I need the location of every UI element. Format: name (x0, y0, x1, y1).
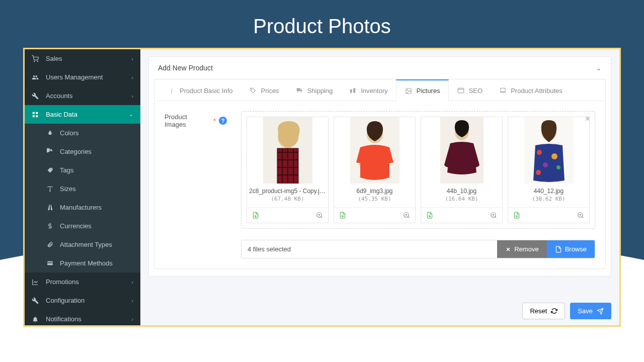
collapse-icon[interactable]: ⌄ (596, 64, 602, 72)
tab-label: Shipping (307, 87, 333, 95)
sidebar-item-label: Sales (46, 55, 131, 62)
svg-point-10 (297, 92, 298, 93)
sidebar-sub-currencies[interactable]: Currencies (25, 217, 140, 235)
tab-pictures[interactable]: Pictures (396, 79, 449, 101)
truck-icon (295, 86, 303, 95)
sidebar-item-label: Configuration (46, 297, 131, 304)
file-action-icon[interactable] (252, 212, 259, 219)
form-label-images: Product Images * ? (165, 111, 227, 128)
help-icon[interactable]: ? (219, 117, 227, 125)
file-name: 6d9_img3.jpg (334, 184, 415, 196)
chart-icon (32, 279, 43, 286)
tag-icon (47, 167, 57, 173)
remove-button[interactable]: Remove (497, 240, 546, 258)
tabs: iProduct Basic Info Prices Shipping Inve… (154, 79, 605, 101)
sidebar-sub-payment-methods[interactable]: Payment Methods (25, 254, 140, 273)
tab-label: Inventory (361, 87, 387, 95)
chevron-right-icon: › (131, 298, 133, 304)
browse-button[interactable]: Browse (547, 240, 595, 258)
btn-label: Browse (565, 245, 587, 253)
grid-icon (32, 111, 43, 118)
sidebar-item-users[interactable]: Users Management › (25, 68, 140, 86)
svg-rect-5 (36, 115, 38, 117)
close-icon[interactable]: ✕ (585, 115, 591, 123)
sidebar-item-notifications[interactable]: Notifications › (25, 310, 140, 325)
file-name: 440_12.jpg (508, 184, 589, 196)
seo-icon (457, 86, 465, 95)
svg-point-1 (37, 61, 38, 61)
card-title: Add New Product (158, 64, 213, 72)
tab-inventory[interactable]: Inventory (341, 79, 395, 101)
sidebar-item-promotions[interactable]: Promotions › (25, 273, 140, 291)
sidebar-sub-colors[interactable]: Colors (25, 124, 140, 142)
chevron-right-icon: › (131, 74, 133, 80)
svg-point-33 (556, 165, 560, 169)
zoom-icon[interactable] (316, 212, 323, 219)
card-icon (47, 260, 57, 266)
file-action-icon[interactable] (513, 212, 520, 219)
tab-attributes[interactable]: Product Attributes (491, 79, 571, 101)
svg-rect-4 (33, 115, 35, 117)
svg-point-6 (51, 169, 52, 170)
svg-rect-12 (350, 89, 352, 93)
svg-point-9 (251, 89, 252, 89)
file-preview: 44b_10.jpg (16.64 KB) (421, 117, 503, 223)
size-icon (47, 186, 57, 192)
preview-thumbnail (421, 117, 502, 184)
sidebar-sub-sizes[interactable]: Sizes (25, 179, 140, 198)
file-preview: 6d9_img3.jpg (45.35 KB) (334, 117, 416, 223)
file-size: (38.62 KB) (508, 196, 589, 207)
svg-rect-8 (47, 262, 53, 263)
previews-box: ✕ 2c8_product-img5 - Copy.jpg (67.48 KB) (241, 111, 595, 229)
save-button[interactable]: Save (570, 303, 611, 319)
file-action-icon[interactable] (339, 212, 346, 219)
file-name: 2c8_product-img5 - Copy.jpg (247, 184, 328, 196)
footer: Reset Save (140, 297, 619, 325)
tab-shipping[interactable]: Shipping (287, 79, 341, 101)
sidebar-item-basic-data[interactable]: Basic Data ⌄ (25, 105, 140, 124)
main-content: Add New Product ⌄ iProduct Basic Info Pr… (140, 49, 619, 325)
preview-thumbnail (247, 117, 328, 184)
sidebar-item-sales[interactable]: Sales › (25, 49, 140, 68)
file-size: (67.48 KB) (247, 196, 328, 207)
sidebar-item-label: Manufacturers (60, 204, 133, 211)
clip-icon (47, 241, 57, 248)
tab-label: Prices (261, 87, 279, 95)
svg-point-31 (551, 153, 557, 159)
chevron-right-icon: › (131, 56, 133, 62)
file-action-icon[interactable] (426, 212, 433, 219)
svg-point-0 (34, 61, 35, 61)
file-name: 44b_10.jpg (421, 184, 502, 196)
sidebar-item-label: Colors (60, 129, 133, 137)
zoom-icon[interactable] (490, 212, 497, 219)
sidebar-item-accounts[interactable]: Accounts › (25, 86, 140, 105)
sidebar-sub-manufacturers[interactable]: Manufacturers (25, 198, 140, 217)
sidebar-sub-categories[interactable]: Categories (25, 142, 140, 161)
tab-label: Pictures (417, 87, 440, 95)
reset-button[interactable]: Reset (522, 303, 565, 319)
svg-rect-2 (33, 112, 35, 114)
svg-rect-3 (36, 112, 38, 114)
card-header: Add New Product ⌄ (149, 57, 611, 79)
sidebar-item-label: Currencies (60, 222, 133, 230)
sidebar-sub-attachment-types[interactable]: Attachment Types (25, 235, 140, 254)
zoom-icon[interactable] (403, 212, 410, 219)
sidebar-item-label: Sizes (60, 185, 133, 193)
tab-prices[interactable]: Prices (241, 79, 287, 101)
chevron-right-icon: › (131, 93, 133, 99)
cart-icon (32, 55, 43, 62)
sidebar-item-label: Accounts (46, 92, 131, 100)
file-size: (16.64 KB) (421, 196, 502, 207)
file-preview: 2c8_product-img5 - Copy.jpg (67.48 KB) (247, 117, 329, 223)
file-status: 4 files selected (242, 240, 497, 258)
road-icon (47, 204, 57, 211)
chevron-right-icon: › (131, 316, 133, 322)
svg-rect-13 (353, 88, 355, 93)
zoom-icon[interactable] (577, 212, 584, 219)
sidebar-item-configuration[interactable]: Configuration › (25, 291, 140, 310)
wrench-icon (32, 297, 43, 304)
tab-seo[interactable]: SEO (449, 79, 491, 101)
tab-basic-info[interactable]: iProduct Basic Info (159, 79, 241, 101)
sidebar: Sales › Users Management › Accounts › Ba… (25, 49, 140, 325)
sidebar-sub-tags[interactable]: Tags (25, 161, 140, 179)
